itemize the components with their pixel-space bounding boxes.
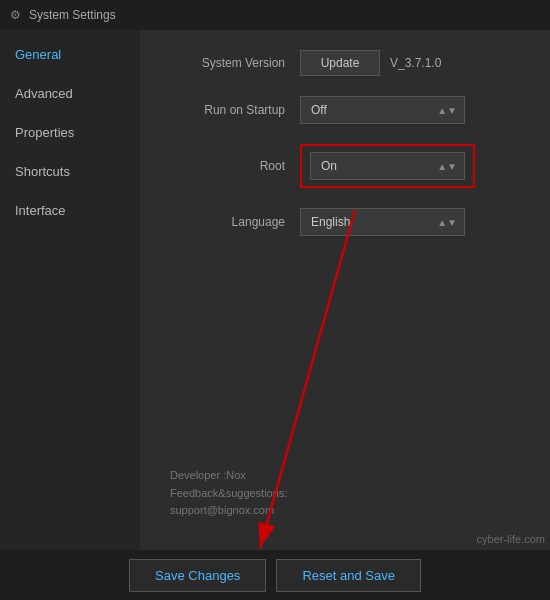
sidebar-item-advanced[interactable]: Advanced (0, 74, 140, 113)
system-version-row: System Version Update V_3.7.1.0 (170, 50, 520, 76)
sidebar: General Advanced Properties Shortcuts In… (0, 30, 140, 550)
run-on-startup-select-wrapper: Off On ▲▼ (300, 96, 465, 124)
sidebar-item-properties[interactable]: Properties (0, 113, 140, 152)
language-select[interactable]: English Chinese Spanish (300, 208, 465, 236)
root-label: Root (170, 159, 300, 173)
bottom-bar: Save Changes Reset and Save (0, 550, 550, 600)
system-settings-window: ⚙ System Settings General Advanced Prope… (0, 0, 550, 600)
sidebar-item-interface[interactable]: Interface (0, 191, 140, 230)
root-select-wrapper: On Off ▲▼ (310, 152, 465, 180)
version-text: V_3.7.1.0 (390, 56, 441, 70)
update-button[interactable]: Update (300, 50, 380, 76)
title-bar: ⚙ System Settings (0, 0, 550, 30)
reset-and-save-button[interactable]: Reset and Save (276, 559, 421, 592)
run-on-startup-select[interactable]: Off On (300, 96, 465, 124)
language-row: Language English Chinese Spanish ▲▼ (170, 208, 520, 236)
language-label: Language (170, 215, 300, 229)
email-text: support@bignox.com (170, 502, 520, 520)
main-panel: System Version Update V_3.7.1.0 Run on S… (140, 30, 550, 550)
sidebar-item-shortcuts[interactable]: Shortcuts (0, 152, 140, 191)
run-on-startup-row: Run on Startup Off On ▲▼ (170, 96, 520, 124)
root-highlighted-wrapper: On Off ▲▼ (300, 144, 475, 188)
developer-text: Developer :Nox (170, 467, 520, 485)
gear-icon: ⚙ (10, 8, 21, 22)
footer-info: Developer :Nox Feedback&suggestions: sup… (170, 467, 520, 530)
sidebar-item-general[interactable]: General (0, 35, 140, 74)
run-on-startup-label: Run on Startup (170, 103, 300, 117)
root-select[interactable]: On Off (310, 152, 465, 180)
system-version-label: System Version (170, 56, 300, 70)
language-select-wrapper: English Chinese Spanish ▲▼ (300, 208, 465, 236)
system-version-value: Update V_3.7.1.0 (300, 50, 441, 76)
content-area: General Advanced Properties Shortcuts In… (0, 30, 550, 550)
save-changes-button[interactable]: Save Changes (129, 559, 266, 592)
root-row: Root On Off ▲▼ (170, 144, 520, 188)
feedback-text: Feedback&suggestions: (170, 485, 520, 503)
window-title: System Settings (29, 8, 116, 22)
